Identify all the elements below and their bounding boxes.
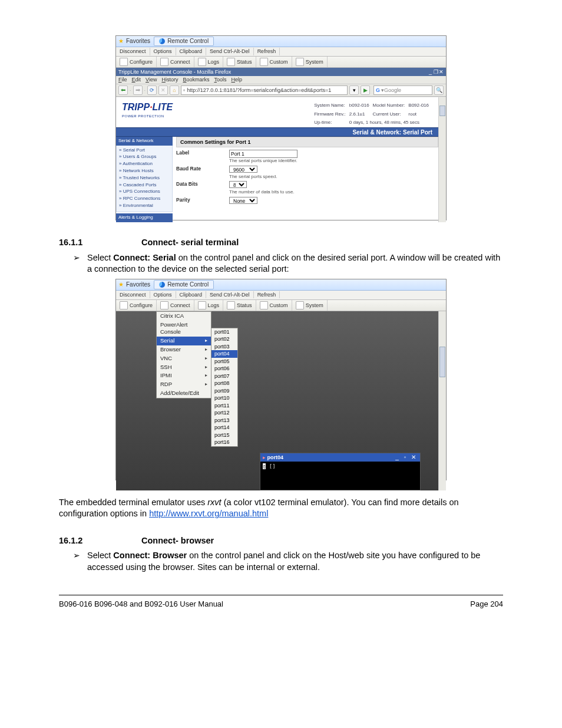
forward-button[interactable]: ➡ <box>133 85 143 95</box>
nav-item[interactable]: » Users & Groups <box>119 154 170 161</box>
toolbar-button[interactable]: Options <box>150 48 176 55</box>
submenu-arrow-icon: ▸ <box>205 347 207 353</box>
connect-menu[interactable]: Citrix ICAPowerAlert ConsoleSerial▸Brows… <box>156 311 211 398</box>
firefox-menubar[interactable]: FileEditViewHistoryBookmarksToolsHelp <box>116 76 446 84</box>
menu-item[interactable]: IPMI▸ <box>157 371 211 380</box>
search-box[interactable]: G▾ Google <box>373 85 432 95</box>
toolbar-button[interactable]: Custom <box>256 57 292 67</box>
scrollbar[interactable] <box>438 311 446 490</box>
port-item[interactable]: port05 <box>211 358 237 365</box>
page-footer: B096-016 B096-048 and B092-016 User Manu… <box>59 599 503 610</box>
menu-item[interactable]: Bookmarks <box>183 76 209 83</box>
toolbar-button[interactable]: Send Ctrl-Alt-Del <box>206 48 254 55</box>
toolbar-button[interactable]: System <box>292 57 328 67</box>
nav-item[interactable]: » Authentication <box>119 161 170 168</box>
port-item[interactable]: port04 <box>211 350 237 358</box>
url-dropdown[interactable]: ▾ <box>349 85 359 95</box>
screenshot-firefox-console: ★ Favorites Remote Control DisconnectOpt… <box>115 35 447 220</box>
toolbar-button[interactable]: Disconnect <box>116 48 150 55</box>
toolbar-button[interactable]: Configure <box>116 300 157 311</box>
port-item[interactable]: port01 <box>211 328 237 336</box>
menu-item[interactable]: Tools <box>214 76 226 83</box>
port-submenu[interactable]: port01port02port03port04port05port06port… <box>211 328 238 447</box>
select-baud[interactable]: 9600 <box>229 166 257 173</box>
browser-tab[interactable]: Remote Control <box>154 280 214 289</box>
nav-item[interactable]: » RPC Connections <box>119 196 170 203</box>
toolbar-button[interactable]: Status <box>223 300 256 311</box>
home-button[interactable]: ⌂ <box>170 85 179 95</box>
toolbar-button[interactable]: Status <box>223 57 256 67</box>
url-bar[interactable]: ▫http://127.0.0.1:8181/?form=serialconfi… <box>181 85 348 95</box>
search-go-icon[interactable]: 🔍 <box>434 85 444 95</box>
nav-item[interactable]: » UPS Connections <box>119 189 170 196</box>
row-label: Label The serial ports unique identifier… <box>176 150 438 164</box>
terminal-body[interactable]: ▯ [] <box>260 462 420 471</box>
menu-item[interactable]: PowerAlert Console <box>157 321 211 337</box>
toolbar-button[interactable]: Send Ctrl-Alt-Del <box>206 291 254 298</box>
port-item[interactable]: port15 <box>211 431 237 439</box>
select-parity[interactable]: None <box>229 197 257 204</box>
toolbar-button[interactable]: Connect <box>157 300 194 311</box>
port-item[interactable]: port12 <box>211 409 237 417</box>
menu-item[interactable]: Help <box>231 76 242 83</box>
menu-item[interactable]: Add/Delete/Edit <box>157 389 211 398</box>
toolbar-button[interactable]: Clipboard <box>176 291 207 298</box>
back-button[interactable]: ⬅ <box>118 85 128 95</box>
toolbar-button[interactable]: Disconnect <box>116 291 150 298</box>
submenu-arrow-icon: ▸ <box>205 373 207 379</box>
nav-item[interactable]: » Environmental <box>119 202 170 209</box>
menu-item[interactable]: RDP▸ <box>157 380 211 389</box>
nav-item[interactable]: » Cascaded Ports <box>119 182 170 189</box>
terminal-window-buttons[interactable]: _ ▫ ✕ <box>395 453 418 462</box>
menu-item[interactable]: Edit <box>132 76 141 83</box>
toolbar-button[interactable]: Options <box>150 291 176 298</box>
port-item[interactable]: port16 <box>211 439 237 446</box>
menu-item[interactable]: Citrix ICA <box>157 312 211 321</box>
port-item[interactable]: port06 <box>211 365 237 373</box>
menu-item[interactable]: Browser▸ <box>157 345 211 354</box>
terminal-window[interactable]: ▸ port04 _ ▫ ✕ ▯ [] <box>260 453 421 490</box>
menu-item[interactable]: SSH▸ <box>157 363 211 372</box>
nav-item[interactable]: » Trusted Networks <box>119 174 170 182</box>
toolbar-button[interactable]: Refresh <box>254 48 280 55</box>
menu-item[interactable]: VNC▸ <box>157 354 211 363</box>
toolbar-button[interactable]: Refresh <box>254 291 280 298</box>
port-item[interactable]: port14 <box>211 424 237 431</box>
port-item[interactable]: port10 <box>211 394 237 402</box>
toolbar-button[interactable]: Configure <box>116 57 157 67</box>
toolbar-button[interactable]: Connect <box>157 57 194 67</box>
port-item[interactable]: port03 <box>211 343 237 351</box>
toolbar-button[interactable]: Clipboard <box>176 48 207 55</box>
scrollbar[interactable] <box>438 97 446 222</box>
port-item[interactable]: port09 <box>211 387 237 395</box>
heading-16-1-2: 16.1.2 Connect- browser <box>59 535 503 547</box>
port-item[interactable]: port07 <box>211 373 237 380</box>
toolbar-button[interactable]: Custom <box>256 300 292 311</box>
port-item[interactable]: port08 <box>211 380 237 387</box>
port-item[interactable]: port02 <box>211 335 237 343</box>
toolbar-button[interactable]: Logs <box>194 300 224 311</box>
window-buttons[interactable]: _❐✕ <box>428 68 444 75</box>
menu-item[interactable]: View <box>146 76 157 83</box>
rc-toolbar-2: ConfigureConnectLogsStatusCustomSystem <box>116 300 446 311</box>
row-baud: Baud Rate 9600The serial ports speed. <box>176 166 438 180</box>
browser-tab[interactable]: Remote Control <box>154 37 214 46</box>
menu-item[interactable]: History <box>161 76 178 83</box>
nav-section-footer: Alerts & Logging <box>116 213 173 222</box>
nav-item[interactable]: » Serial Port <box>119 147 170 154</box>
menu-item[interactable]: Serial▸ <box>157 337 211 345</box>
nav-item[interactable]: » Network Hosts <box>119 167 170 174</box>
port-item[interactable]: port13 <box>211 417 237 424</box>
select-databits[interactable]: 8 <box>229 181 247 188</box>
rxvt-manual-link[interactable]: http://www.rxvt.org/manual.html <box>149 509 268 518</box>
go-button[interactable]: ▶ <box>361 85 370 95</box>
toolbar-icon <box>198 58 206 66</box>
favorites-label: Favorites <box>126 281 150 289</box>
stop-button[interactable]: ✕ <box>158 85 168 95</box>
input-label[interactable] <box>229 150 297 158</box>
toolbar-button[interactable]: System <box>292 300 328 311</box>
menu-item[interactable]: File <box>118 76 127 83</box>
toolbar-button[interactable]: Logs <box>194 57 224 67</box>
port-item[interactable]: port11 <box>211 402 237 410</box>
reload-button[interactable]: ⟳ <box>147 85 157 95</box>
